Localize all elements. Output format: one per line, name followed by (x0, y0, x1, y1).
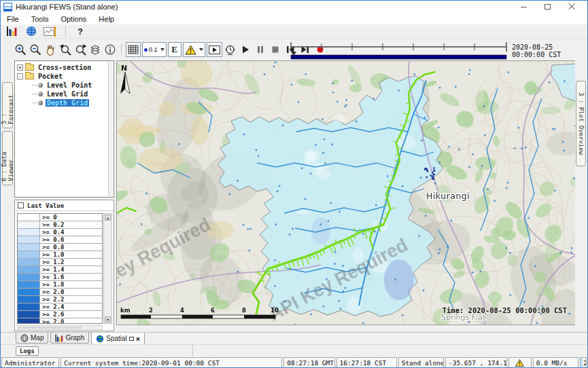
tree-node-cross-section[interactable]: + Cross-section (17, 63, 113, 71)
minimize-button[interactable] (521, 7, 527, 7)
close-pane-icon[interactable]: × (136, 335, 140, 342)
warning-triangle-icon (185, 45, 196, 55)
legend-swatch (18, 214, 40, 221)
bar-chart-icon (6, 26, 18, 37)
zoom-previous-button[interactable] (58, 42, 72, 57)
zoom-out-button[interactable] (29, 42, 42, 57)
time-control-button[interactable] (224, 42, 237, 57)
info-button[interactable] (103, 42, 117, 57)
status-system-time: Current system time:2020-09-01 00:00 CST (60, 357, 282, 368)
legend-label: >= 2.2 (40, 296, 67, 303)
tab-forecast[interactable]: 5 : Forecast (2, 82, 13, 128)
legend-label: >= 0.2 (40, 221, 67, 228)
menu-file[interactable]: File (1, 14, 25, 24)
window-title: Hikurangi FEWS (Stand alone) (16, 3, 118, 11)
legend-swatch (18, 221, 40, 228)
svg-text:N: N (121, 64, 127, 73)
data-display-button[interactable] (5, 24, 19, 39)
zoom-in-button[interactable] (14, 42, 27, 57)
play-button[interactable] (239, 42, 252, 57)
legend-scrollbar[interactable]: ▲ ▼ (103, 213, 112, 324)
movie-icon (209, 45, 220, 54)
legend-swatch (18, 251, 40, 258)
timeline-extent-bar (291, 55, 506, 59)
close-button[interactable] (568, 3, 575, 10)
legend-swatch (18, 303, 40, 310)
spatial-display-button[interactable] (24, 24, 38, 39)
legend-swatch (18, 274, 40, 280)
interval-dropdown[interactable]: 0.1 (142, 42, 167, 57)
status-warning[interactable] (508, 357, 532, 368)
pan-button[interactable] (44, 42, 57, 57)
tab-map[interactable]: Map (16, 333, 48, 344)
pause-button[interactable] (254, 42, 267, 57)
legend-swatch (18, 266, 40, 273)
status-memory: 2.5 GB (580, 357, 587, 368)
title-bar: Hikurangi FEWS (Stand alone) (1, 1, 587, 13)
animation-export-button[interactable] (207, 42, 222, 57)
map-canvas[interactable]: API Key Required API Key Required N Hiku… (117, 61, 576, 325)
legend-row: >= 1.0 (18, 251, 102, 259)
logs-row: Logs (1, 344, 587, 356)
tab-plot-overview[interactable]: 3 : Plot Overview (576, 81, 586, 166)
svg-text:10: 10 (271, 307, 279, 314)
warning-threshold-dropdown[interactable] (183, 42, 205, 57)
tree-scrollbar[interactable] (108, 62, 113, 196)
layers-button[interactable] (88, 42, 102, 57)
legend-row: >= 2.4 (18, 303, 102, 311)
app-logo-icon (3, 3, 12, 12)
expand-plus-icon[interactable]: + (17, 65, 23, 71)
legend-hscrollbar[interactable] (17, 325, 103, 330)
timeseries-dialog-button[interactable] (44, 24, 57, 39)
status-local-time: 16:27:18 CST (336, 357, 397, 368)
legend-label: >= 2.8 (40, 318, 67, 324)
maximize-button[interactable] (544, 4, 551, 10)
tab-graph[interactable]: Graph (50, 333, 89, 344)
last-value-checkbox[interactable] (18, 202, 24, 208)
pause-icon (254, 44, 266, 55)
tab-spatial[interactable]: Spatial × (91, 333, 145, 345)
legend-row: >= 0.2 (18, 221, 102, 229)
label-display-button[interactable]: E (168, 42, 181, 57)
bar-chart-icon (55, 334, 63, 342)
legend-row: >= 0.6 (18, 236, 102, 244)
node-bullet-icon (38, 100, 43, 105)
tree-node-level-point[interactable]: Level Point (32, 81, 113, 89)
stop-button[interactable] (269, 42, 282, 57)
collapse-minus-icon[interactable]: - (17, 73, 23, 79)
tree-node-depth-grid[interactable]: Depth Grid (32, 98, 113, 107)
tree-connector (32, 94, 37, 94)
help-button[interactable]: ? (73, 26, 87, 37)
tree-node-pocket[interactable]: - Pocket (17, 72, 113, 80)
menu-bar: File Tools Options Help (1, 13, 587, 24)
right-tab-strip: 3 : Plot Overview (575, 39, 587, 332)
toolbar-separator (121, 44, 122, 55)
menu-options[interactable]: Options (54, 14, 92, 24)
layers-icon (89, 43, 101, 56)
legend-swatch (18, 244, 40, 251)
grid-display-button[interactable] (126, 42, 141, 57)
legend-swatch (18, 229, 40, 236)
zoom-next-button[interactable] (73, 42, 87, 57)
timeline-slider[interactable] (290, 40, 508, 60)
map-time-label: Time: 2020-08-25 00:00:00 CST (443, 306, 567, 314)
legend-label: >= 0.4 (40, 229, 67, 236)
scroll-down-icon[interactable]: ▼ (105, 316, 111, 323)
scroll-up-icon[interactable]: ▲ (105, 215, 111, 221)
application-window: Hikurangi FEWS (Stand alone) File Tools … (0, 0, 588, 368)
status-gmt-time: 08:27:18 GMT (283, 357, 334, 368)
zoom-in-icon (14, 43, 27, 56)
tree-node-level-grid[interactable]: Level Grid (32, 90, 113, 98)
logs-button[interactable]: Logs (16, 346, 39, 356)
tab-data-viewer[interactable]: 6 : Data Viewer (2, 131, 13, 185)
status-bar: Administrator Current system time:2020-0… (1, 356, 587, 368)
legend-label: >= 0.6 (40, 236, 67, 243)
legend-row: >= 2.0 (18, 289, 102, 296)
menu-help[interactable]: Help (92, 14, 120, 24)
map-view[interactable]: API Key Required API Key Required N Hiku… (116, 60, 576, 325)
menu-tools[interactable]: Tools (25, 14, 55, 24)
legend-label: >= 1.6 (40, 274, 67, 280)
timeseries-chart-icon (44, 26, 57, 37)
restore-pane-icon[interactable] (129, 337, 134, 341)
interval-value: 0.1 (149, 46, 158, 53)
